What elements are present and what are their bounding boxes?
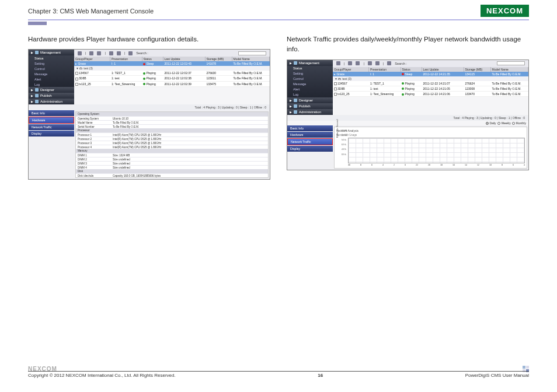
radio-daily[interactable]	[486, 122, 489, 125]
tab-display[interactable]: Display	[287, 146, 333, 152]
management-icon	[294, 61, 297, 65]
radio-weekly[interactable]	[497, 122, 500, 125]
nav-management[interactable]: ▶Management	[29, 50, 74, 55]
nav-publish[interactable]: ▶Publish	[29, 93, 74, 99]
publish-icon	[294, 104, 297, 108]
x-ticks: 308 64 20 2220 1816 1412 108 64	[348, 164, 525, 166]
table-row[interactable]: 134567 1: TEST_1 Playing 2011-12-22 12:0…	[74, 71, 270, 76]
right-panel: ▶Management Status Setting Control Messa…	[287, 60, 529, 170]
status-bar: Total : 4 Playing : 3 | Updating : 0 | S…	[287, 115, 528, 121]
checkbox-icon[interactable]	[75, 78, 78, 80]
upload-icon[interactable]	[375, 61, 380, 65]
add-icon[interactable]	[348, 61, 352, 65]
publish-icon	[35, 94, 39, 97]
tree-node[interactable]: ▼ 🗀 test (3)	[74, 66, 270, 71]
y-ticks: 55.9 k 52.9 k 9.9 k 6.9 k 4.0 k 0.9 k	[342, 130, 347, 156]
period-options: Daily Weekly Monthly	[287, 121, 528, 125]
chapter-title: Chapter 3: CMS Web Management Console	[28, 8, 154, 15]
checkbox-icon[interactable]	[75, 83, 78, 86]
admin-icon	[294, 110, 297, 114]
nav-status[interactable]: Status	[287, 66, 333, 71]
designer-icon	[294, 99, 297, 102]
nav-alert[interactable]: Alert	[29, 76, 74, 82]
chart-title: Network Analysis	[336, 129, 525, 132]
y-axis-label: Bytes per Second	[336, 119, 339, 138]
nav-administration[interactable]: ▶Administration	[29, 99, 74, 104]
radio-monthly[interactable]	[512, 122, 515, 125]
nav-log[interactable]: Log	[29, 82, 74, 87]
download-icon[interactable]	[368, 61, 372, 65]
nav-designer[interactable]: ▶Designer	[287, 97, 333, 103]
download-icon[interactable]	[109, 51, 113, 55]
nav-publish[interactable]: ▶Publish	[287, 103, 333, 109]
checkbox-icon[interactable]	[334, 93, 337, 96]
table-row[interactable]: 3D8B 1: test Playing 2011-12-22 12:02:38…	[74, 76, 270, 81]
designer-icon	[35, 88, 39, 92]
search-icon[interactable]	[387, 61, 391, 65]
nav-setting[interactable]: Setting	[29, 61, 74, 66]
right-description: Network Traffic provides daily/weekly/mo…	[287, 34, 529, 55]
nav-status[interactable]: Status	[29, 55, 74, 61]
nav-message[interactable]: Message	[29, 71, 74, 76]
tab-display[interactable]: Display	[29, 131, 74, 136]
search-label: Search :	[395, 62, 406, 65]
toolbar: | | | Search :	[333, 60, 528, 67]
search-label: Search :	[136, 51, 148, 55]
refresh-icon[interactable]	[78, 51, 82, 55]
nav-management[interactable]: ▶Management	[287, 60, 333, 66]
tab-hardware[interactable]: Hardware	[287, 132, 333, 138]
tab-basic-info[interactable]: Basic Info	[29, 110, 74, 116]
table-row[interactable]: tv123_25 1: Test_Streaming Playing 2011-…	[333, 92, 528, 97]
tab-network-traffic[interactable]: Network Traffic	[287, 138, 333, 145]
table-rows: 134567 1: TEST_1 Playing 2011-12-22 12:0…	[74, 71, 270, 87]
delete-icon[interactable]	[356, 61, 360, 65]
page-number: 16	[318, 373, 323, 378]
tree-node[interactable]: ▼ 🗀 test (3)	[333, 76, 528, 81]
search-input[interactable]	[238, 51, 266, 55]
sidebar: ▶Management Status Setting Control Messa…	[287, 60, 333, 115]
upload-icon[interactable]	[117, 51, 121, 55]
sidebar: ▶Management Status Setting Control Messa…	[29, 50, 74, 104]
nav-message[interactable]: Message	[287, 82, 333, 87]
tab-network-traffic[interactable]: Network Traffic	[29, 124, 74, 130]
nav-designer[interactable]: ▶Designer	[29, 87, 74, 93]
copyright: Copyright © 2012 NEXCOM International Co…	[28, 373, 176, 378]
hardware-detail: Operating System Operating SystemUbuntu …	[75, 111, 269, 178]
left-panel: ▶Management Status Setting Control Messa…	[28, 49, 270, 180]
search-input[interactable]	[497, 61, 525, 65]
toolbar: | | | Search :	[74, 50, 270, 57]
refresh-icon[interactable]	[336, 61, 340, 65]
nav-alert[interactable]: Alert	[287, 87, 333, 92]
table-header: Group/Player Presentation Status Last Up…	[333, 67, 528, 72]
tab-basic-info[interactable]: Basic Info	[287, 125, 333, 131]
table-row[interactable]: tv123_25 1: Test_Streaming Playing 2011-…	[74, 82, 270, 87]
status-bar: Total : 4 Playing : 3 | Updating : 0 | S…	[29, 104, 270, 110]
delete-icon[interactable]	[97, 51, 101, 55]
nav-administration[interactable]: ▶Administration	[287, 109, 333, 115]
nav-setting[interactable]: Setting	[287, 71, 333, 76]
search-icon[interactable]	[128, 51, 133, 55]
management-icon	[35, 51, 39, 54]
nav-log[interactable]: Log	[287, 92, 333, 97]
checkbox-icon[interactable]	[75, 72, 78, 75]
left-description: Hardware provides Player hardware config…	[28, 34, 270, 44]
nav-control[interactable]: Control	[29, 66, 74, 71]
table-row[interactable]: 3D8B 1: test Playing 2011-12-22 14:21:05…	[333, 86, 528, 92]
nav-control[interactable]: Control	[287, 76, 333, 82]
table-row[interactable]: 134567 1: TEST_1 Playing 2011-12-22 14:2…	[333, 81, 528, 86]
network-chart: Network Analysis Bandwidth Usage Bytes p…	[334, 127, 527, 169]
tab-hardware[interactable]: Hardware	[29, 117, 74, 124]
table-header: Group/Player Presentation Status Last Up…	[74, 57, 270, 61]
nav-items: Status Setting Control Message Alert Log	[287, 66, 333, 97]
admin-icon	[35, 100, 39, 103]
manual-name: PowerDigiS CMS User Manual	[465, 373, 529, 378]
nav-items: Status Setting Control Message Alert Log	[29, 55, 74, 87]
table-rows: 134567 1: TEST_1 Playing 2011-12-22 14:2…	[333, 81, 528, 97]
chart-subtitle: Bandwidth Usage	[336, 134, 525, 136]
brand-logo: NEXCOM	[481, 5, 529, 17]
group-row[interactable]: ▸ Grace I: 1 Sleep 2011-12-22 14:21:35 1…	[333, 72, 528, 76]
checkbox-icon[interactable]	[334, 88, 337, 90]
group-row[interactable]: ▸ Grace I: 1 Sleep 2011-12-22 12:02:43 1…	[74, 61, 270, 66]
checkbox-icon[interactable]	[334, 82, 337, 85]
add-icon[interactable]	[89, 51, 93, 55]
